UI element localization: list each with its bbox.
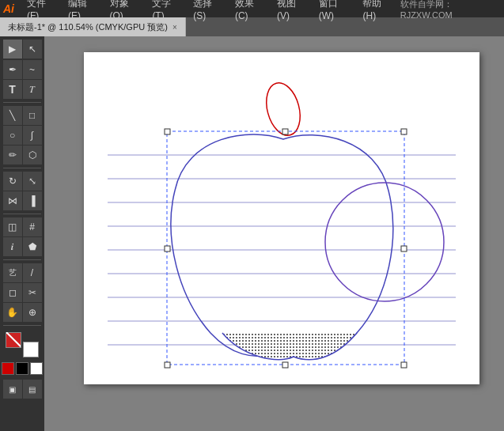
handle-tr — [401, 129, 407, 134]
canvas-area[interactable] — [44, 36, 504, 431]
app-logo: Ai — [3, 2, 14, 15]
curvature-tool[interactable]: ~ — [23, 60, 42, 79]
line-tool[interactable]: ╲ — [3, 106, 22, 125]
mini-swatches — [2, 362, 43, 375]
tab-label: 未标题-1* @ 110.54% (CMYK/GPU 预览) — [8, 21, 168, 33]
divider-2 — [3, 168, 41, 168]
selection-tool[interactable]: ▶ — [3, 40, 22, 59]
eraser-tool[interactable]: ◻ — [3, 283, 22, 302]
drawing-svg — [84, 52, 479, 384]
pencil-tool[interactable]: ✏ — [3, 146, 22, 164]
type-tool[interactable]: T — [3, 80, 22, 99]
mini-swatch-white[interactable] — [30, 362, 43, 375]
handle-tm — [282, 129, 288, 134]
tool-group-bottom: ▣ ▤ — [2, 380, 43, 399]
menu-view[interactable]: 视图(V) — [272, 0, 313, 23]
menu-bar: Ai 文件(F) 编辑(E) 对象(O) 文字(T) 选择(S) 效果(C) 视… — [0, 0, 504, 17]
eyedropper-tool[interactable]: 𝒊 — [3, 237, 22, 256]
ellipse-tool[interactable]: ○ — [3, 126, 22, 145]
slice-tool[interactable]: / — [23, 263, 42, 282]
mini-swatch-red[interactable] — [2, 362, 14, 375]
tab-close[interactable]: × — [172, 23, 177, 32]
stroke-swatch[interactable] — [23, 342, 39, 357]
divider-5 — [3, 325, 41, 326]
pen-tool[interactable]: ✒ — [3, 60, 22, 79]
divider-1 — [3, 102, 41, 103]
hand-tool[interactable]: ✋ — [3, 303, 22, 322]
tool-group-shape: ╲ □ ○ ∫ ✏ ⬡ — [2, 106, 43, 164]
menu-effect[interactable]: 效果(C) — [230, 0, 271, 23]
svg-rect-12 — [167, 131, 404, 365]
divider-4 — [3, 259, 41, 260]
mini-swatch-black[interactable] — [16, 362, 28, 375]
color-swatch-area — [2, 331, 42, 359]
scale-tool[interactable]: ⤡ — [23, 172, 42, 191]
rect-tool[interactable]: □ — [23, 106, 42, 125]
artboard-tool[interactable]: 艺 — [3, 263, 22, 282]
change-screen-mode[interactable]: ▣ — [3, 380, 22, 399]
document-tab[interactable]: 未标题-1* @ 110.54% (CMYK/GPU 预览) × — [0, 17, 186, 36]
shaper-tool[interactable]: ⬡ — [23, 146, 42, 164]
change-screen-mode2[interactable]: ▤ — [23, 380, 42, 399]
column-graph-tool[interactable]: ▐ — [23, 191, 42, 210]
zoom-tool[interactable]: ⊕ — [23, 303, 42, 322]
tool-group-draw: ✒ ~ T 𝑇 — [2, 60, 43, 99]
tool-group-nav: 艺 / ◻ ✂ ✋ ⊕ — [2, 263, 43, 322]
direct-selection-tool[interactable]: ↖ — [23, 40, 42, 59]
handle-mr — [401, 246, 407, 251]
mesh-tool[interactable]: # — [23, 217, 42, 236]
right-info: 软件自学网：RJZXW.COM — [400, 0, 501, 20]
menu-help[interactable]: 帮助(H) — [358, 0, 398, 23]
main-area: ▶ ↖ ✒ ~ T 𝑇 ╲ □ ○ ∫ ✏ ⬡ ↻ ⤡ ⋈ ▐ ◫ # — [0, 36, 504, 431]
touch-type-tool[interactable]: 𝑇 — [23, 80, 42, 99]
menu-select[interactable]: 选择(S) — [188, 0, 229, 23]
live-paint-tool[interactable]: ⬟ — [23, 237, 42, 256]
handle-bm — [282, 362, 288, 368]
handle-br — [401, 362, 407, 368]
document-canvas — [84, 52, 479, 384]
divider-3 — [3, 214, 41, 214]
gradient-tool[interactable]: ◫ — [3, 217, 22, 236]
handle-ml — [165, 246, 170, 251]
menu-window[interactable]: 窗口(W) — [314, 0, 357, 23]
fill-swatch[interactable] — [6, 332, 21, 348]
svg-line-0 — [6, 332, 21, 348]
scissors-tool[interactable]: ✂ — [23, 283, 42, 302]
left-toolbar: ▶ ↖ ✒ ~ T 𝑇 ╲ □ ○ ∫ ✏ ⬡ ↻ ⤡ ⋈ ▐ ◫ # — [0, 36, 44, 431]
tool-group-transform: ↻ ⤡ ⋈ ▐ — [2, 172, 43, 210]
tool-group-select: ▶ ↖ — [2, 40, 43, 59]
paintbrush-tool[interactable]: ∫ — [23, 126, 42, 145]
rotate-tool[interactable]: ↻ — [3, 172, 22, 191]
handle-bl — [165, 362, 170, 368]
handle-tl — [165, 129, 170, 134]
tool-group-color: ◫ # 𝒊 ⬟ — [2, 217, 43, 256]
blend-tool[interactable]: ⋈ — [3, 191, 22, 210]
